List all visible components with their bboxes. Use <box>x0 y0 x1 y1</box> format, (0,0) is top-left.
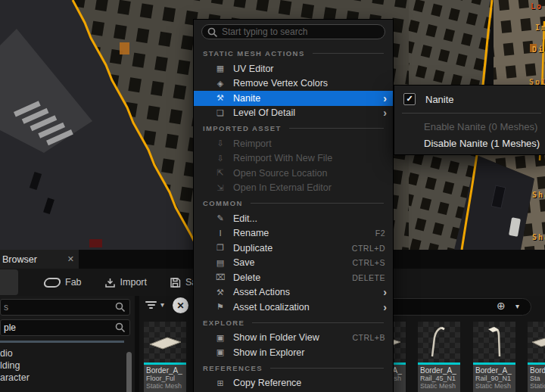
section-header-explore: EXPLORE <box>194 315 393 331</box>
search-icon <box>115 302 126 313</box>
asset-name-2: Rail_90_N1 <box>475 375 513 382</box>
menu-item-asset-localization[interactable]: ⚑ Asset Localization › <box>194 300 393 315</box>
folder-item[interactable]: lding <box>0 359 121 372</box>
menu-item-edit[interactable]: ✎ Edit... <box>194 211 393 226</box>
stair-mesh-thumbnail <box>528 322 545 362</box>
rename-icon: Ⅰ <box>213 229 227 238</box>
clear-filters-button[interactable]: ✕ <box>173 297 188 313</box>
asset-context-menu: STATIC MESH ACTIONS ▦ UV Editor ◈ Remove… <box>193 19 394 392</box>
menu-item-rename[interactable]: Ⅰ Rename F2 <box>194 226 393 241</box>
menu-item-reimport: ⇩ Reimport <box>194 136 393 151</box>
asset-tile[interactable]: Border_A_ Rail_45_N1 Static Mesh <box>418 322 460 392</box>
folder-item[interactable]: aracter <box>0 372 121 384</box>
asset-type: Static Mesh <box>420 382 458 390</box>
save-icon <box>170 277 181 288</box>
shortcut-label: CTRL+S <box>352 258 385 267</box>
external-editor-icon: ⇲ <box>213 183 227 193</box>
asset-name-2: Sta <box>530 375 545 382</box>
asset-type: Static Mesh <box>146 382 184 390</box>
folder-item[interactable]: dio <box>0 347 121 359</box>
lod-icon: ❏ <box>213 108 227 118</box>
submenu-item-nanite-toggle[interactable]: ✓ Nanite <box>394 89 545 109</box>
search-options-chevron-icon[interactable]: ▾ <box>515 302 519 310</box>
fab-button[interactable]: Fab <box>38 273 88 291</box>
tab-content-browser[interactable]: Browser ✕ <box>0 250 79 269</box>
copy-icon: ⊞ <box>213 378 227 388</box>
folder-tree: dio lding aracter <box>0 347 121 384</box>
menu-item-show-in-folder-view[interactable]: ▣ Show in Folder View CTRL+B <box>194 331 393 346</box>
filter-icon <box>145 301 157 309</box>
submenu-item-enable-nanite: Enable Nanite (0 Meshes) <box>394 118 545 135</box>
menu-item-remove-vertex-colors[interactable]: ◈ Remove Vertex Colors <box>194 76 393 92</box>
folder-icon: ▣ <box>213 333 227 343</box>
asset-name: Border_A_ <box>530 366 545 375</box>
close-icon: ✕ <box>176 300 184 311</box>
menu-item-open-in-external-editor: ⇲ Open In External Editor <box>194 181 393 196</box>
filters-button[interactable]: ▾ <box>145 300 164 309</box>
shortcut-label: F2 <box>375 229 385 238</box>
menu-item-open-source-location: ⇱ Open Source Location <box>194 166 393 181</box>
section-header-imported-asset: IMPORTED ASSET <box>194 120 393 136</box>
asset-tile[interactable]: Border_A_ Rail_90_N1 Static Mesh <box>473 322 515 392</box>
content-browser-sidebar: dio lding aracter <box>0 296 135 392</box>
submenu-arrow-icon: › <box>383 287 387 297</box>
submenu-arrow-icon: › <box>383 107 387 118</box>
import-button[interactable]: Import <box>98 273 153 292</box>
fab-logo-icon <box>43 278 62 288</box>
duplicate-icon: ❐ <box>213 243 227 253</box>
menu-item-nanite[interactable]: ⚒ Nanite › <box>194 91 393 106</box>
search-icon <box>115 322 126 333</box>
menu-item-duplicate[interactable]: ❐ Duplicate CTRL+D <box>194 241 393 256</box>
menu-item-show-in-explorer[interactable]: ▣ Show in Explorer <box>194 345 393 360</box>
reimport-icon: ⇩ <box>213 154 227 163</box>
nanite-submenu: ✓ Nanite Enable Nanite (0 Meshes) Disabl… <box>394 85 545 155</box>
floor-mesh-thumbnail <box>144 322 186 362</box>
tab-close-icon[interactable]: ✕ <box>67 254 74 264</box>
asset-tile[interactable]: Border_A_ Floor_Ful Static Mesh <box>144 322 186 392</box>
asset-type: Static Mesh <box>530 382 545 390</box>
log-text-fragment: Sha <box>532 191 545 199</box>
menu-item-reimport-with-new-file: ⇩ Reimport With New File <box>194 151 393 166</box>
menu-item-asset-actions[interactable]: ⚒ Asset Actions › <box>194 285 393 300</box>
shortcut-label: CTRL+B <box>352 333 385 342</box>
unreal-editor-window: Lo Im Di c Spl Sha Sha Browser ✕ Fab Imp… <box>0 0 545 392</box>
import-label: Import <box>120 277 147 288</box>
submenu-divider <box>402 113 541 114</box>
menu-item-delete[interactable]: ⌧ Delete DELETE <box>194 270 393 285</box>
section-header-common: COMMON <box>194 195 393 211</box>
menu-item-copy-reference[interactable]: ⊞ Copy Reference <box>194 376 393 391</box>
folders-search-input[interactable] <box>0 319 130 336</box>
chevron-down-icon: ▾ <box>160 300 164 309</box>
menu-item-level-of-detail[interactable]: ❏ Level Of Detail › <box>194 106 393 121</box>
add-button-partial[interactable] <box>0 269 18 295</box>
log-text-fragment: Sha <box>532 233 545 241</box>
asset-name: Border_A_ <box>146 366 184 375</box>
reimport-icon: ⇩ <box>213 138 227 148</box>
shortcut-label: CTRL+D <box>352 244 385 253</box>
uv-editor-icon: ▦ <box>213 64 227 73</box>
pencil-icon: ✎ <box>213 213 227 223</box>
menu-search-input[interactable] <box>201 24 385 39</box>
save-icon: ▤ <box>213 258 227 268</box>
section-header-static-mesh-actions: STATIC MESH ACTIONS <box>194 45 393 61</box>
submenu-arrow-icon: › <box>383 302 387 313</box>
save-search-icon[interactable]: ⊕ <box>497 300 506 312</box>
log-text-fragment: Im <box>535 23 545 32</box>
asset-name: Border_A_ <box>475 366 513 375</box>
shortcut-label: DELETE <box>352 273 385 282</box>
flag-icon: ⚑ <box>213 302 227 312</box>
asset-tile[interactable]: Border_A_ Sta Static Mesh <box>528 322 545 392</box>
search-icon <box>207 27 218 38</box>
submenu-item-disable-nanite[interactable]: Disable Nanite (1 Meshes) <box>394 135 545 151</box>
submenu-arrow-icon: › <box>383 93 387 104</box>
menu-item-uv-editor[interactable]: ▦ UV Editor <box>194 61 393 76</box>
vertex-colors-icon: ◈ <box>213 79 227 89</box>
favorites-search-input[interactable] <box>0 299 130 316</box>
asset-name-2: Floor_Ful <box>146 375 184 382</box>
nanite-checkbox[interactable]: ✓ <box>403 93 416 105</box>
menu-item-save[interactable]: ▤ Save CTRL+S <box>194 256 393 271</box>
sidebar-scrollbar[interactable] <box>126 352 132 392</box>
rail-90-mesh-thumbnail <box>473 322 515 362</box>
wrench-icon: ⚒ <box>213 288 227 297</box>
log-text-fragment: Di c <box>532 45 545 54</box>
